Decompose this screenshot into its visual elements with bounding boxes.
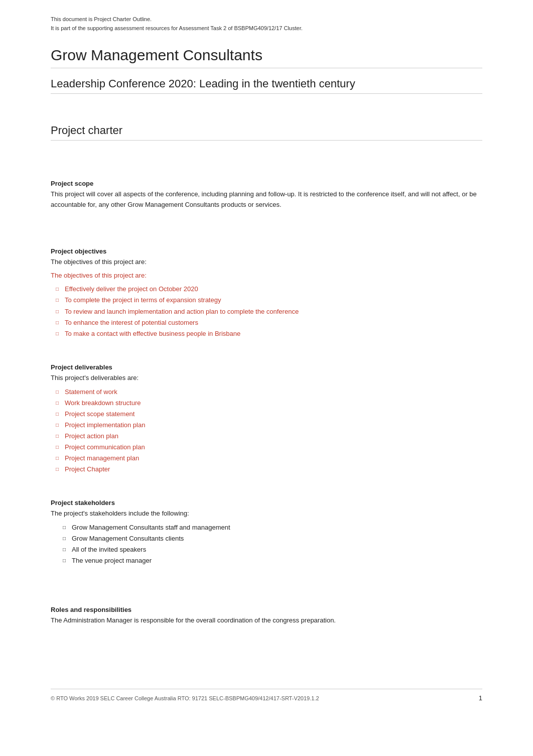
list-item: Project action plan bbox=[56, 431, 482, 442]
list-item: All of the invited speakers bbox=[63, 544, 482, 555]
list-item: Project implementation plan bbox=[56, 420, 482, 431]
list-item: Project scope statement bbox=[56, 409, 482, 420]
list-item: Statement of work bbox=[56, 387, 482, 398]
objectives-intro1: The objectives of this project are: bbox=[51, 257, 482, 268]
section-charter-title: Project charter bbox=[51, 124, 482, 141]
roles-text: The Administration Manager is responsibl… bbox=[51, 615, 482, 626]
list-item: To enhance the interest of potential cus… bbox=[56, 317, 482, 328]
deliverables-list: Statement of work Work breakdown structu… bbox=[56, 387, 482, 475]
objectives-label: Project objectives bbox=[51, 247, 482, 255]
scope-text: This project will cover all aspects of t… bbox=[51, 189, 482, 210]
deliverables-intro: This project's deliverables are: bbox=[51, 373, 482, 384]
sub-title: Leadership Conference 2020: Leading in t… bbox=[51, 77, 482, 94]
meta-header: This document is Project Charter Outline… bbox=[51, 15, 482, 33]
list-item: To make a contact with effective busines… bbox=[56, 328, 482, 339]
list-item: Grow Management Consultants staff and ma… bbox=[63, 522, 482, 533]
deliverables-label: Project deliverables bbox=[51, 363, 482, 371]
objectives-intro2: The objectives of this project are: bbox=[51, 271, 482, 281]
footer: © RTO Works 2019 SELC Career College Aus… bbox=[51, 689, 482, 702]
scope-section: Project scope This project will cover al… bbox=[51, 180, 482, 210]
list-item: Project communication plan bbox=[56, 442, 482, 453]
stakeholders-section: Project stakeholders The project's stake… bbox=[51, 499, 482, 566]
meta-line1: This document is Project Charter Outline… bbox=[51, 15, 482, 24]
list-item: Project Chapter bbox=[56, 464, 482, 475]
stakeholders-label: Project stakeholders bbox=[51, 499, 482, 507]
stakeholders-list: Grow Management Consultants staff and ma… bbox=[63, 522, 482, 566]
scope-label: Project scope bbox=[51, 180, 482, 187]
list-item: Project management plan bbox=[56, 453, 482, 464]
stakeholders-intro: The project's stakeholders include the f… bbox=[51, 509, 482, 519]
objectives-section: Project objectives The objectives of thi… bbox=[51, 247, 482, 339]
list-item: Grow Management Consultants clients bbox=[63, 533, 482, 544]
footer-page: 1 bbox=[479, 694, 482, 702]
list-item: Effectively deliver the project on Octob… bbox=[56, 284, 482, 295]
list-item: Work breakdown structure bbox=[56, 398, 482, 409]
deliverables-section: Project deliverables This project's deli… bbox=[51, 363, 482, 475]
roles-section: Roles and responsibilities The Administr… bbox=[51, 606, 482, 626]
objectives-list: Effectively deliver the project on Octob… bbox=[56, 284, 482, 339]
footer-left: © RTO Works 2019 SELC Career College Aus… bbox=[51, 695, 319, 701]
list-item: To review and launch implementation and … bbox=[56, 306, 482, 317]
meta-line2: It is part of the supporting assessment … bbox=[51, 24, 482, 33]
list-item: To complete the project in terms of expa… bbox=[56, 295, 482, 306]
roles-label: Roles and responsibilities bbox=[51, 606, 482, 613]
page: This document is Project Charter Outline… bbox=[41, 0, 492, 732]
main-title: Grow Management Consultants bbox=[51, 47, 482, 68]
list-item: The venue project manager bbox=[63, 555, 482, 566]
